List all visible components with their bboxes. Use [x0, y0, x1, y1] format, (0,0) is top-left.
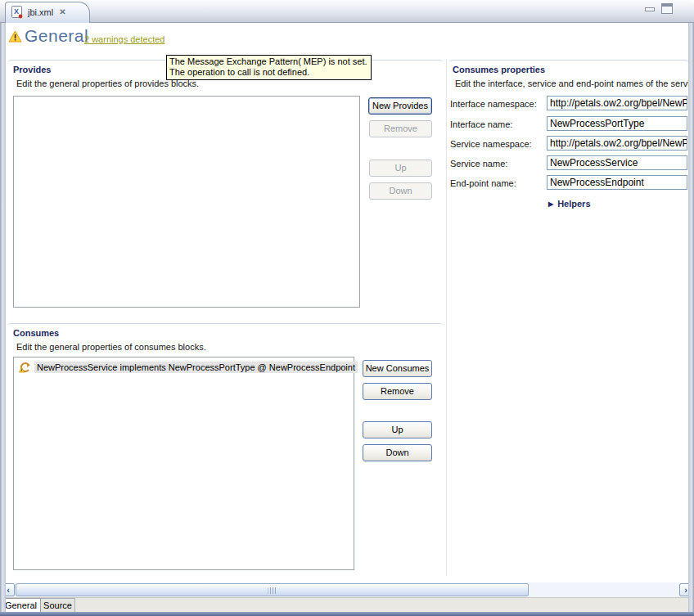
svg-text:X: X [14, 7, 19, 16]
consumes-up-button[interactable]: Up [363, 421, 432, 438]
tab-general[interactable]: General [1, 598, 41, 613]
tab-source[interactable]: Source [41, 598, 75, 613]
consumes-list-item[interactable]: NewProcessService implements NewProcessP… [19, 362, 354, 373]
consumes-properties-section-bar [449, 60, 688, 63]
page-tab-row: General Source [1, 597, 693, 612]
consumes-section-bar [8, 323, 443, 326]
close-icon[interactable]: ✕ [59, 7, 65, 16]
validation-tooltip: The Message Exchange Pattern( MEP) is no… [166, 55, 372, 80]
provides-remove-button: Remove [369, 120, 432, 137]
editor-tabstrip: X jbi.xml ✕ [0, 0, 694, 23]
endpoint-name-label: End-point name: [450, 178, 516, 188]
service-namespace-input[interactable] [547, 136, 687, 151]
helpers-toggle[interactable]: ▶ Helpers [548, 199, 591, 209]
interface-name-label: Interface name: [450, 119, 512, 129]
scrollbar-thumb[interactable] [16, 583, 529, 596]
service-namespace-label: Service namespace: [450, 139, 532, 149]
consumes-section-description: Edit the general properties of consumes … [16, 342, 206, 352]
horizontal-scrollbar[interactable]: ‹ › [1, 582, 693, 597]
consume-endpoint-warning-icon [19, 362, 31, 373]
interface-namespace-label: Interface namespace: [450, 99, 537, 109]
maximize-icon[interactable] [661, 3, 673, 14]
endpoint-name-input[interactable] [547, 175, 687, 190]
minimize-icon[interactable] [645, 7, 655, 11]
warnings-detected-link[interactable]: 2 warnings detected [84, 34, 164, 44]
warning-triangle-icon [8, 30, 22, 43]
interface-name-input[interactable] [547, 116, 687, 131]
tooltip-line-1: The Message Exchange Pattern( MEP) is no… [169, 56, 367, 67]
provides-section-title: Provides [13, 65, 51, 74]
editor-bottom-border [0, 612, 694, 616]
new-provides-button[interactable]: New Provides [368, 97, 432, 115]
xml-file-icon: X [11, 6, 24, 19]
scrollbar-grip [268, 587, 277, 594]
consumes-remove-button[interactable]: Remove [363, 383, 432, 400]
interface-namespace-input[interactable] [547, 96, 687, 110]
helpers-label: Helpers [557, 199, 590, 209]
service-name-input[interactable] [547, 155, 687, 170]
editor-left-border [0, 23, 6, 612]
consumes-properties-description: Edit the interface, service and end-poin… [455, 79, 690, 88]
consumes-section-title: Consumes [13, 328, 59, 338]
provides-down-button: Down [369, 182, 432, 200]
consumes-properties-section-title: Consumes properties [453, 65, 545, 74]
new-consumes-button[interactable]: New Consumes [363, 360, 432, 377]
collapsed-arrow-icon: ▶ [548, 200, 553, 208]
editor-tab-title: jbi.xml [28, 7, 53, 17]
page-title: General [25, 26, 88, 46]
eclipse-editor-window: { "window": { "tab_title": "jbi.xml", "c… [0, 0, 694, 616]
column-divider [446, 59, 447, 576]
service-name-label: Service name: [450, 159, 507, 169]
editor-right-border [688, 23, 694, 612]
consumes-item-label: NewProcessService implements NewProcessP… [34, 362, 358, 373]
provides-up-button: Up [369, 160, 432, 177]
consumes-list[interactable]: NewProcessService implements NewProcessP… [13, 357, 354, 570]
editor-tab-jbi-xml[interactable]: X jbi.xml ✕ [5, 2, 90, 23]
provides-list[interactable] [13, 96, 360, 308]
consumes-down-button[interactable]: Down [363, 444, 432, 461]
tooltip-line-2: The operation to call is not defined. [169, 67, 367, 78]
